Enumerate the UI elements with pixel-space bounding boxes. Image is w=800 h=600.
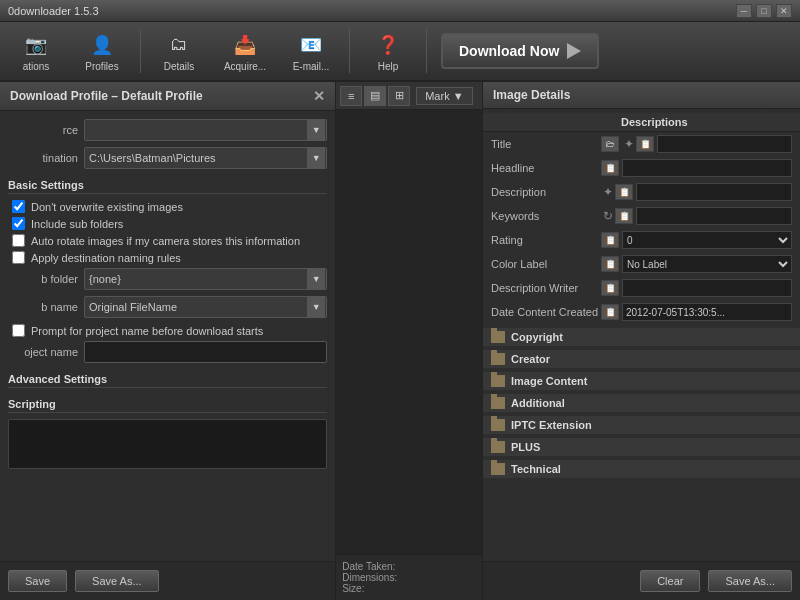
desc-writer-input[interactable] bbox=[622, 279, 792, 297]
color-label-select[interactable]: No Label Red Yellow Green Blue Purple bbox=[622, 255, 792, 273]
toolbar-btn-email[interactable]: 📧 E-mail... bbox=[279, 24, 343, 78]
scripting-section: Scripting bbox=[8, 398, 327, 469]
save-as-button[interactable]: Save As... bbox=[75, 570, 159, 592]
creator-section: Creator bbox=[483, 350, 800, 368]
right-save-as-button[interactable]: Save As... bbox=[708, 570, 792, 592]
title-action-icon: 📋 bbox=[636, 136, 654, 152]
keywords-input[interactable] bbox=[636, 207, 792, 225]
details-icon: 🗂 bbox=[165, 31, 193, 59]
left-panel-footer: Save Save As... bbox=[0, 561, 335, 600]
date-created-input[interactable] bbox=[622, 303, 792, 321]
maximize-button[interactable]: □ bbox=[756, 4, 772, 18]
apply-rules-checkbox[interactable] bbox=[12, 251, 25, 264]
file-name-select-wrapper: Original FileName ▼ bbox=[84, 296, 327, 318]
project-name-input[interactable] bbox=[84, 341, 327, 363]
no-overwrite-checkbox[interactable] bbox=[12, 200, 25, 213]
basic-settings-title: Basic Settings bbox=[8, 179, 327, 194]
profiles-label: Profiles bbox=[85, 61, 118, 72]
iptc-label: IPTC Extension bbox=[511, 419, 592, 431]
toolbar-btn-acquire[interactable]: 📥 Acquire... bbox=[213, 24, 277, 78]
left-panel: Download Profile – Default Profile ✕ rce… bbox=[0, 82, 336, 600]
toolbar-btn-profiles[interactable]: 👤 Profiles bbox=[70, 24, 134, 78]
desc-writer-row: Description Writer 📋 bbox=[483, 276, 800, 300]
description-field-label: Description bbox=[491, 186, 601, 198]
description-action-icon: 📋 bbox=[615, 184, 633, 200]
view-toolbar: ≡ ▤ ⊞ Mark ▼ bbox=[336, 82, 482, 110]
copyright-section-header[interactable]: Copyright bbox=[483, 328, 800, 346]
right-panel-body: Descriptions Title 🗁 ✦ 📋 Headline 📋 Desc… bbox=[483, 109, 800, 561]
title-folder-icon: 🗁 bbox=[601, 136, 619, 152]
right-footer-spacer bbox=[491, 570, 632, 592]
headline-field-label: Headline bbox=[491, 162, 601, 174]
locations-icon: 📷 bbox=[22, 31, 50, 59]
toolbar-btn-details[interactable]: 🗂 Details bbox=[147, 24, 211, 78]
file-name-row: b name Original FileName ▼ bbox=[8, 296, 327, 318]
toolbar-btn-locations[interactable]: 📷 ations bbox=[4, 24, 68, 78]
acquire-label: Acquire... bbox=[224, 61, 266, 72]
plus-folder-icon bbox=[491, 441, 505, 453]
checkbox-no-overwrite: Don't overwrite existing images bbox=[8, 200, 327, 213]
right-clear-button[interactable]: Clear bbox=[640, 570, 700, 592]
auto-rotate-checkbox[interactable] bbox=[12, 234, 25, 247]
close-button[interactable]: ✕ bbox=[776, 4, 792, 18]
toolbar-separator bbox=[140, 29, 141, 73]
email-label: E-mail... bbox=[293, 61, 330, 72]
headline-input[interactable] bbox=[622, 159, 792, 177]
date-taken-label: Date Taken: bbox=[342, 561, 476, 572]
date-created-action-icon: 📋 bbox=[601, 304, 619, 320]
color-label-row: Color Label 📋 No Label Red Yellow Green … bbox=[483, 252, 800, 276]
desc-writer-action-icon: 📋 bbox=[601, 280, 619, 296]
minimize-button[interactable]: ─ bbox=[736, 4, 752, 18]
source-select-wrapper: ▼ bbox=[84, 119, 327, 141]
technical-section-header[interactable]: Technical bbox=[483, 460, 800, 478]
view-small-list-button[interactable]: ≡ bbox=[340, 86, 362, 106]
panel-close-button[interactable]: ✕ bbox=[313, 88, 325, 104]
iptc-extension-section: IPTC Extension bbox=[483, 416, 800, 434]
rating-select[interactable]: 0 1 2 3 4 5 bbox=[622, 231, 792, 249]
advanced-settings-title: Advanced Settings bbox=[8, 373, 327, 388]
source-select[interactable] bbox=[84, 119, 327, 141]
right-panel-footer: Clear Save As... bbox=[483, 561, 800, 600]
copyright-folder-icon bbox=[491, 331, 505, 343]
plus-section: PLUS bbox=[483, 438, 800, 456]
download-now-label: Download Now bbox=[459, 43, 559, 59]
view-medium-list-button[interactable]: ▤ bbox=[364, 86, 386, 106]
scripting-title: Scripting bbox=[8, 398, 327, 413]
additional-section-header[interactable]: Additional bbox=[483, 394, 800, 412]
titlebar: 0downloader 1.5.3 ─ □ ✕ bbox=[0, 0, 800, 22]
description-input[interactable] bbox=[636, 183, 792, 201]
image-content-section-header[interactable]: Image Content bbox=[483, 372, 800, 390]
file-name-select[interactable]: Original FileName bbox=[84, 296, 327, 318]
mark-dropdown-button[interactable]: Mark ▼ bbox=[416, 87, 472, 105]
image-content-section: Image Content bbox=[483, 372, 800, 390]
prompt-label: Prompt for project name before download … bbox=[31, 325, 263, 337]
destination-select[interactable]: C:\Users\Batman\Pictures bbox=[84, 147, 327, 169]
copyright-section: Copyright bbox=[483, 328, 800, 346]
middle-content-area bbox=[336, 110, 482, 554]
plus-section-header[interactable]: PLUS bbox=[483, 438, 800, 456]
image-content-label: Image Content bbox=[511, 375, 587, 387]
right-panel: Image Details Descriptions Title 🗁 ✦ 📋 H… bbox=[483, 82, 800, 600]
prompt-checkbox[interactable] bbox=[12, 324, 25, 337]
descriptions-label: Descriptions bbox=[621, 116, 688, 128]
save-button[interactable]: Save bbox=[8, 570, 67, 592]
sub-folders-checkbox[interactable] bbox=[12, 217, 25, 230]
copyright-label: Copyright bbox=[511, 331, 563, 343]
creator-section-header[interactable]: Creator bbox=[483, 350, 800, 368]
scripting-box bbox=[8, 419, 327, 469]
window-title: 0downloader 1.5.3 bbox=[8, 5, 736, 17]
additional-section: Additional bbox=[483, 394, 800, 412]
headline-row: Headline 📋 bbox=[483, 156, 800, 180]
view-grid-button[interactable]: ⊞ bbox=[388, 86, 410, 106]
title-input[interactable] bbox=[657, 135, 792, 153]
sub-folder-select[interactable]: {none} bbox=[84, 268, 327, 290]
toolbar-btn-help[interactable]: ❓ Help bbox=[356, 24, 420, 78]
color-label-action-icon: 📋 bbox=[601, 256, 619, 272]
toolbar: 📷 ations 👤 Profiles 🗂 Details 📥 Acquire.… bbox=[0, 22, 800, 82]
destination-row: tination C:\Users\Batman\Pictures ▼ bbox=[8, 147, 327, 169]
destination-label: tination bbox=[8, 152, 78, 164]
download-now-button[interactable]: Download Now bbox=[441, 33, 599, 69]
keywords-row: Keywords ↻ 📋 bbox=[483, 204, 800, 228]
apply-rules-label: Apply destination naming rules bbox=[31, 252, 181, 264]
iptc-extension-section-header[interactable]: IPTC Extension bbox=[483, 416, 800, 434]
